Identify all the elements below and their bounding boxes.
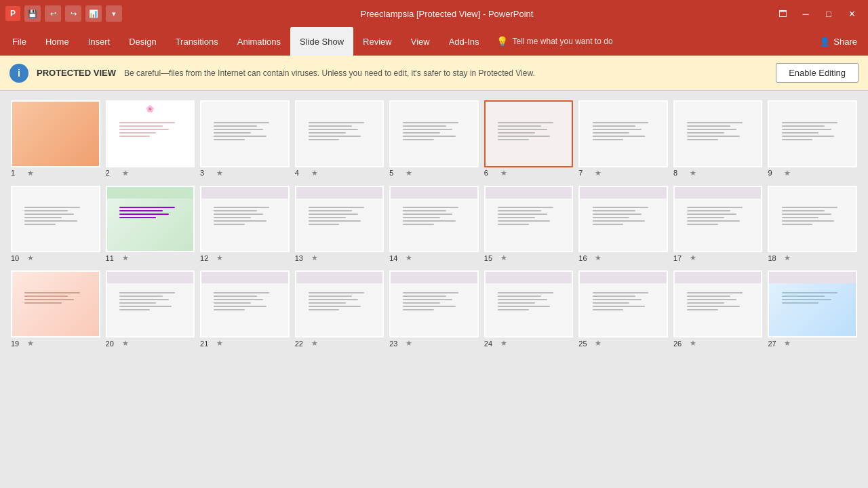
slide-star-icon[interactable]: ★	[690, 169, 696, 178]
slide-star-icon[interactable]: ★	[784, 169, 791, 178]
slide-item[interactable]: 15★	[484, 186, 574, 264]
slide-item[interactable]: 1★	[11, 100, 100, 179]
slide-item[interactable]: 14★	[389, 186, 479, 264]
slide-item[interactable]: 🌸2★	[106, 100, 195, 179]
slide-content	[107, 272, 194, 336]
tab-view[interactable]: View	[401, 27, 439, 56]
slide-star-icon[interactable]: ★	[595, 169, 601, 178]
slide-item[interactable]: 21★	[200, 270, 290, 349]
slide-item[interactable]: 20★	[106, 270, 195, 349]
slide-star-icon[interactable]: ★	[595, 339, 601, 348]
slide-star-icon[interactable]: ★	[500, 169, 507, 178]
slide-number: 26	[673, 340, 687, 348]
slide-footer: 14★	[389, 252, 479, 264]
slide-item[interactable]: 9★	[768, 100, 857, 179]
redo-button[interactable]: ↪	[65, 5, 81, 22]
slide-footer: 7★	[578, 167, 668, 179]
slide-star-icon[interactable]: ★	[406, 339, 412, 348]
close-button[interactable]: ✕	[841, 4, 863, 23]
slide-footer: 2★	[106, 167, 195, 179]
slide-footer: 11★	[106, 252, 195, 264]
slide-star-icon[interactable]: ★	[27, 169, 34, 178]
slide-star-icon[interactable]: ★	[122, 253, 129, 262]
slide-item[interactable]: 18★	[768, 186, 857, 264]
slide-item[interactable]: 17★	[673, 186, 763, 264]
slide-item[interactable]: 11★	[106, 186, 195, 264]
tell-me-box[interactable]: 💡 Tell me what you want to do	[488, 27, 811, 56]
tab-slideshow[interactable]: Slide Show	[290, 27, 353, 56]
tab-file[interactable]: File	[3, 27, 36, 56]
slide-item[interactable]: 16★	[578, 186, 668, 264]
slide-item[interactable]: 12★	[200, 186, 290, 264]
slide-item[interactable]: 22★	[295, 270, 384, 349]
slide-item[interactable]: 6★	[484, 100, 574, 179]
qat-dropdown-button[interactable]: ▾	[106, 5, 122, 22]
slide-content	[675, 187, 762, 251]
undo-button[interactable]: ↩	[45, 5, 61, 22]
slide-star-icon[interactable]: ★	[122, 169, 129, 178]
slide-content	[12, 102, 99, 166]
slide-star-icon[interactable]: ★	[595, 253, 601, 262]
slide-star-icon[interactable]: ★	[500, 253, 507, 262]
tab-review[interactable]: Review	[353, 27, 401, 56]
lightbulb-icon: 💡	[496, 36, 508, 47]
slide-item[interactable]: 19★	[11, 270, 100, 349]
slide-star-icon[interactable]: ★	[784, 253, 791, 262]
share-button[interactable]: 👤 Share	[811, 27, 865, 56]
slide-footer: 18★	[768, 252, 857, 264]
slide-star-icon[interactable]: ★	[216, 169, 223, 178]
slide-star-icon[interactable]: ★	[690, 253, 696, 262]
tab-animations[interactable]: Animations	[228, 27, 290, 56]
slide-item[interactable]: 25★	[578, 270, 668, 349]
slide-content	[296, 187, 383, 251]
slide-item[interactable]: 26★	[673, 270, 763, 349]
slide-item[interactable]: 8★	[673, 100, 763, 179]
slide-star-icon[interactable]: ★	[406, 169, 412, 178]
slide-star-icon[interactable]: ★	[216, 253, 223, 262]
slide-star-icon[interactable]: ★	[311, 169, 318, 178]
slide-item[interactable]: 3★	[200, 100, 290, 179]
slide-star-icon[interactable]: ★	[500, 339, 507, 348]
slide-star-icon[interactable]: ★	[311, 339, 318, 348]
slide-thumbnail	[673, 270, 763, 338]
slide-star-icon[interactable]: ★	[784, 339, 791, 348]
slide-star-icon[interactable]: ★	[406, 253, 412, 262]
slide-star-icon[interactable]: ★	[27, 253, 34, 262]
slide-star-icon[interactable]: ★	[690, 339, 696, 348]
tab-addins[interactable]: Add-Ins	[439, 27, 489, 56]
slide-item[interactable]: 10★	[11, 186, 100, 264]
slide-footer: 24★	[484, 338, 574, 349]
save-button[interactable]: 💾	[24, 5, 41, 22]
slide-star-icon[interactable]: ★	[311, 253, 318, 262]
slide-number: 19	[11, 340, 24, 348]
customize-qat-button[interactable]: 📊	[85, 5, 102, 22]
slide-footer: 9★	[768, 167, 857, 179]
enable-editing-button[interactable]: Enable Editing	[776, 63, 859, 83]
slide-item[interactable]: 27★	[768, 270, 857, 349]
tab-design[interactable]: Design	[119, 27, 165, 56]
slide-content	[391, 102, 477, 166]
slide-star-icon[interactable]: ★	[27, 339, 34, 348]
slide-thumbnail	[673, 100, 763, 167]
title-bar-left-controls: P 💾 ↩ ↪ 📊 ▾	[5, 5, 122, 22]
slide-footer: 15★	[484, 252, 574, 264]
slide-item[interactable]: 7★	[578, 100, 668, 179]
maximize-button[interactable]: □	[818, 4, 840, 23]
slide-item[interactable]: 23★	[389, 270, 479, 349]
minimize-button[interactable]: ─	[795, 4, 816, 23]
slide-footer: 6★	[484, 167, 574, 179]
slide-item[interactable]: 24★	[484, 270, 574, 349]
slide-content	[201, 272, 288, 336]
slide-star-icon[interactable]: ★	[122, 339, 129, 348]
collapse-ribbon-button[interactable]: 🗖	[772, 4, 793, 23]
slide-item[interactable]: 5★	[389, 100, 479, 179]
slide-star-icon[interactable]: ★	[216, 339, 223, 348]
slide-thumbnail	[106, 270, 195, 338]
slide-item[interactable]: 4★	[295, 100, 384, 179]
info-icon: i	[9, 64, 28, 83]
tab-insert[interactable]: Insert	[79, 27, 120, 56]
tab-transitions[interactable]: Transitions	[166, 27, 228, 56]
slide-item[interactable]: 13★	[295, 186, 384, 264]
slide-content: 🌸	[107, 102, 194, 166]
tab-home[interactable]: Home	[36, 27, 79, 56]
